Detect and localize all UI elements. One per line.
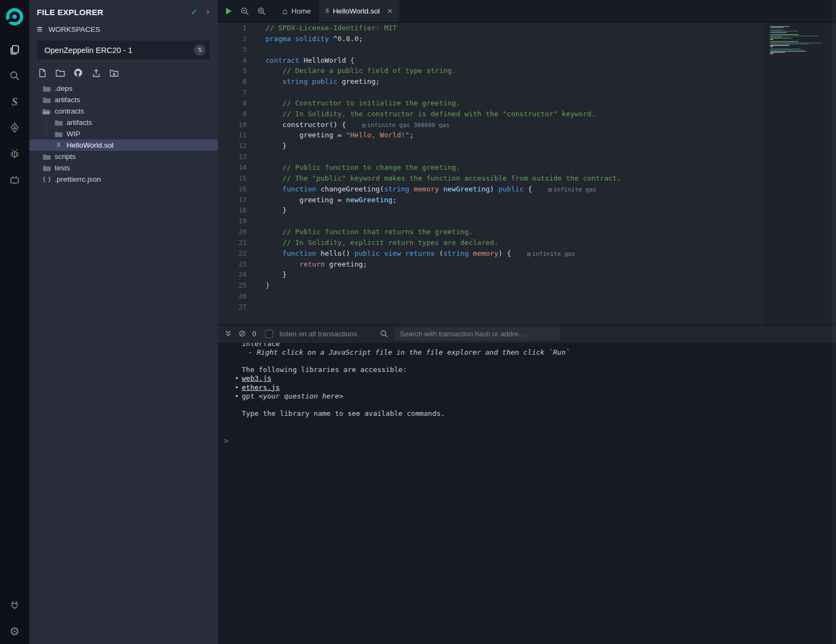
minimap-line [770,38,792,39]
tree-item-artifacts[interactable]: artifacts [29,117,218,128]
line-number: 20 [218,227,247,237]
close-tab-icon[interactable]: × [387,7,392,16]
code-line[interactable]: function changeGreeting(string memory ne… [266,184,763,195]
tab-helloworld-sol[interactable]: S HelloWorld.sol × [319,0,400,22]
terminal-link[interactable]: web3.js [242,374,271,382]
solidity-compiler-icon[interactable]: S [0,89,29,115]
code-line[interactable] [266,302,763,313]
line-number: 1 [218,23,247,34]
code-line[interactable]: string public greeting; [266,76,763,87]
code-line[interactable] [266,151,763,162]
remix-logo-icon[interactable] [3,4,26,29]
minimap-line [770,49,800,50]
tree-item-HelloWorld.sol[interactable]: SHelloWorld.sol [29,140,218,151]
zoom-in-icon[interactable] [257,7,266,16]
home-icon: ⌂ [282,6,288,16]
check-icon[interactable]: ✓ [191,7,198,17]
hamburger-menu-icon[interactable]: ≡ [37,24,43,34]
code-line[interactable]: // SPDX-License-Identifier: MIT [266,23,763,34]
line-number: 15 [218,173,247,184]
code-line[interactable]: return greeting; [266,259,763,270]
tree-item-tests[interactable]: tests [29,162,218,174]
code-line[interactable]: // Public function to change the greetin… [266,162,763,173]
tree-item-.prettierrc.json[interactable]: { }.prettierrc.json [29,174,218,185]
line-number: 26 [218,291,247,302]
tree-item-label: artifacts [67,118,92,127]
tree-item-WIP[interactable]: WIP [29,128,218,140]
workspace-switch-icon[interactable]: ⇅ [194,44,205,56]
code-editor: 1234567891011121314151617181920212223242… [218,23,836,324]
line-number: 14 [218,162,247,173]
settings-gear-icon[interactable]: ⚙ [0,618,29,644]
code-line[interactable] [266,291,763,302]
terminal-prompt[interactable]: > [218,436,836,445]
terminal-lines: interface- Right click on a JavaScript f… [218,343,836,419]
terminal-line [218,401,836,409]
code-line[interactable]: constructor() {▤infinite gas 368600 gas [266,119,763,130]
code-line[interactable]: // Public function that returns the gree… [266,227,763,237]
panel-header: FILE EXPLORER ✓ › [29,0,218,21]
code-line[interactable]: } [266,141,763,151]
new-file-icon[interactable] [37,68,48,78]
terminal-link[interactable]: ethers.js [242,383,280,391]
bullet-icon: • [235,392,239,401]
main-area: ⌂ Home S HelloWorld.sol × 12345678910111… [218,0,836,644]
tree-item-artifacts[interactable]: artifacts [29,94,218,105]
code-line[interactable]: // The "public" keyword makes the functi… [266,173,763,184]
code-area[interactable]: // SPDX-License-Identifier: MITpragma so… [256,23,763,324]
code-line[interactable]: greeting = newGreeting; [266,195,763,205]
tree-item-label: scripts [55,152,76,161]
code-line[interactable] [266,44,763,55]
code-line[interactable]: } [266,205,763,216]
code-line[interactable]: } [266,269,763,280]
workspace-select[interactable]: OpenZeppelin ERC20 - 1 ⇅ [37,41,210,59]
run-script-button[interactable] [225,7,233,15]
terminal[interactable]: interface- Right click on a JavaScript f… [218,343,836,644]
code-line[interactable]: contract HelloWorld { [266,55,763,66]
terminal-toolbar: ⊘ 0 listen on all transactions [218,324,836,343]
tree-item-contracts[interactable]: contracts [29,105,218,117]
code-line[interactable]: // Constructor to initialize the greetin… [266,98,763,109]
code-line[interactable]: function hello() public view returns (st… [266,248,763,259]
gas-estimate: ▤infinite gas 368600 gas [362,122,449,129]
transaction-count-badge: 0 [252,330,256,338]
github-icon[interactable] [73,68,83,78]
code-line[interactable]: pragma solidity ^0.8.0; [266,34,763,44]
tab-home[interactable]: ⌂ Home [275,0,319,22]
collapse-terminal-icon[interactable] [224,330,232,337]
new-folder-icon[interactable] [55,68,65,78]
minimap-column[interactable] [763,23,836,324]
code-line[interactable]: // Declare a public field of type string… [266,65,763,76]
gas-icon: ▤ [527,251,530,257]
chevron-right-icon[interactable]: › [207,7,209,17]
code-line[interactable]: greeting = "Hello, World!"; [266,130,763,141]
code-line[interactable]: } [266,280,763,291]
minimap-line [770,34,799,35]
minimap-line [770,55,771,56]
code-line[interactable] [266,87,763,98]
publish-workspace-icon[interactable] [91,68,101,78]
listen-transactions-checkbox[interactable] [265,330,273,338]
file-explorer-icon[interactable] [0,37,29,63]
zoom-out-icon[interactable] [241,7,249,16]
terminal-search-input[interactable] [395,327,560,341]
gas-estimate: ▤infinite gas [527,250,575,257]
search-icon[interactable] [0,63,29,89]
line-number: 27 [218,302,247,313]
debugger-icon[interactable] [0,141,29,167]
clear-console-icon[interactable]: ⊘ [238,329,246,338]
load-folder-icon[interactable] [109,68,119,78]
plugin-connect-icon[interactable] [0,592,29,618]
editor-tabbar: ⌂ Home S HelloWorld.sol × [218,0,836,23]
code-line[interactable] [266,216,763,227]
code-line[interactable]: // In Solidity, the constructor is defin… [266,109,763,119]
line-number: 22 [218,248,247,259]
plugin-manager-icon[interactable] [0,167,29,192]
scrollbar[interactable] [832,0,836,644]
line-number: 19 [218,216,247,227]
code-line[interactable]: // In Solidity, explicit return types ar… [266,237,763,248]
tree-item-.deps[interactable]: .deps [29,83,218,94]
deploy-run-icon[interactable] [0,115,29,141]
tree-item-scripts[interactable]: scripts [29,151,218,162]
minimap[interactable] [770,26,836,57]
